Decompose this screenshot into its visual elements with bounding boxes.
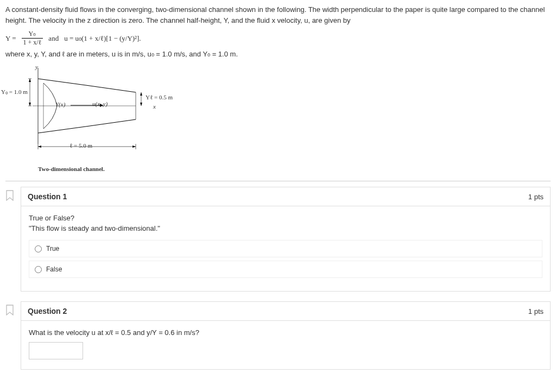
where-note: where x, y, Y, and ℓ are in meters, u is… — [5, 50, 551, 58]
svg-marker-14 — [38, 146, 41, 148]
problem-intro: A constant-density fluid flows in the co… — [5, 4, 551, 26]
svg-marker-18 — [140, 103, 142, 106]
question-2-card: Question 2 1 pts What is the velocity u … — [21, 301, 551, 370]
q1-prompt: True or False? — [29, 214, 542, 222]
question-2-title: Question 2 — [28, 307, 67, 315]
svg-marker-15 — [132, 146, 136, 148]
q1-true-label: True — [46, 245, 59, 252]
bookmark-icon[interactable] — [5, 305, 14, 315]
question-1-card: Question 1 1 pts True or False? "This fl… — [21, 187, 551, 292]
Y-fraction: Y₀ 1 + x/ℓ — [22, 30, 43, 47]
question-1-points: 1 pts — [528, 193, 544, 201]
question-1-row: Question 1 1 pts True or False? "This fl… — [5, 187, 551, 292]
svg-marker-9 — [29, 79, 31, 82]
svg-marker-10 — [29, 103, 31, 106]
formula-row: Y = Y₀ 1 + x/ℓ and u = u₀(1 + x/ℓ)[1 − (… — [5, 30, 551, 47]
separator — [5, 181, 551, 181]
q1-option-true[interactable]: True — [29, 240, 542, 257]
question-2-points: 1 pts — [528, 307, 544, 315]
Y0-label: Y₀ = 1.0 m — [1, 88, 28, 96]
ell-label: ℓ = 5.0 m — [70, 142, 92, 149]
y-axis-label: y — [35, 64, 38, 70]
q1-false-label: False — [46, 265, 62, 273]
uxy-label: u(x, y) — [92, 100, 108, 107]
question-2-row: Question 2 1 pts What is the velocity u … — [5, 301, 551, 370]
svg-marker-17 — [140, 92, 142, 96]
channel-figure: y Y₀ = 1.0 m Y(x) u(x, y) Yℓ = 0.5 m x ℓ… — [5, 62, 157, 171]
and-word: and — [48, 34, 59, 43]
q1-option-false[interactable]: False — [29, 261, 542, 278]
q2-answer-input[interactable] — [29, 342, 83, 359]
Yx-label: Y(x) — [55, 101, 65, 108]
q1-statement: "This flow is steady and two-dimensional… — [29, 224, 542, 232]
bookmark-icon[interactable] — [5, 190, 14, 201]
q2-prompt: What is the velocity u at x/ℓ = 0.5 and … — [29, 328, 542, 337]
Y-equals: Y = — [5, 34, 16, 43]
x-axis-label: x — [153, 103, 156, 110]
Yl-label: Yℓ = 0.5 m — [146, 94, 173, 100]
q1-radio-true[interactable] — [35, 245, 42, 252]
figure-caption: Two-dimensional channel. — [38, 166, 105, 172]
question-1-title: Question 1 — [28, 192, 67, 201]
channel-svg — [27, 62, 147, 155]
q1-radio-false[interactable] — [35, 266, 42, 273]
u-expression: u = u₀(1 + x/ℓ)[1 − (y/Y)²]. — [64, 34, 141, 43]
